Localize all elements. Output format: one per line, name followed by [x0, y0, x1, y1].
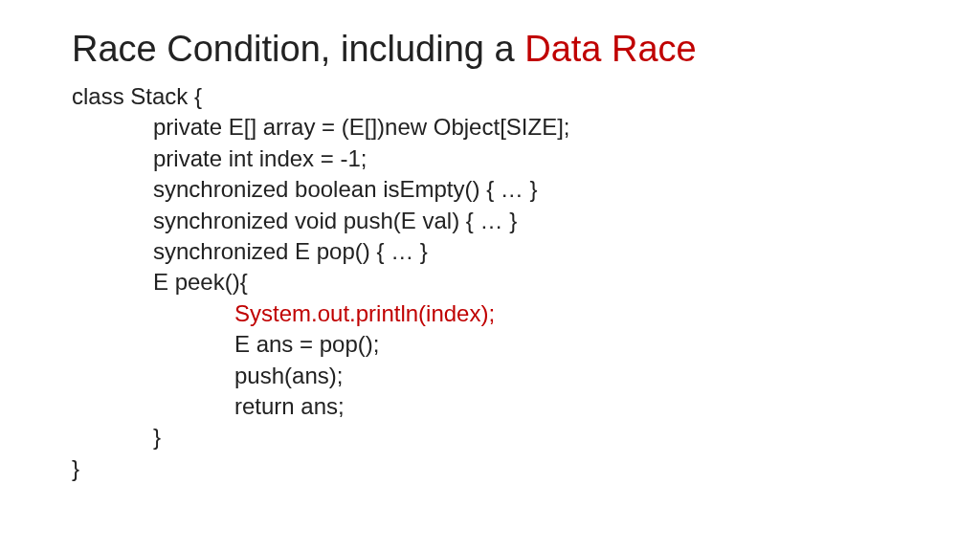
code-line: E peek(){: [72, 267, 908, 298]
code-line: private int index = -1;: [72, 143, 908, 174]
code-line-highlighted: System.out.println(index);: [72, 298, 908, 329]
code-line: private E[] array = (E[])new Object[SIZE…: [72, 112, 908, 143]
code-line: synchronized void push(E val) { … }: [72, 206, 908, 236]
code-line: synchronized boolean isEmpty() { … }: [72, 174, 908, 205]
code-line: push(ans);: [72, 361, 908, 391]
code-line: return ans;: [72, 391, 908, 422]
code-line: class Stack {: [72, 81, 908, 112]
code-line: }: [72, 422, 908, 452]
code-line: E ans = pop();: [72, 329, 908, 360]
code-line: }: [72, 453, 908, 484]
code-block: class Stack { private E[] array = (E[])n…: [72, 81, 908, 484]
title-part1: Race Condition, including a: [72, 29, 524, 69]
title-part2: Data Race: [524, 29, 697, 69]
slide-title: Race Condition, including a Data Race: [72, 29, 908, 70]
code-line: synchronized E pop() { … }: [72, 236, 908, 267]
